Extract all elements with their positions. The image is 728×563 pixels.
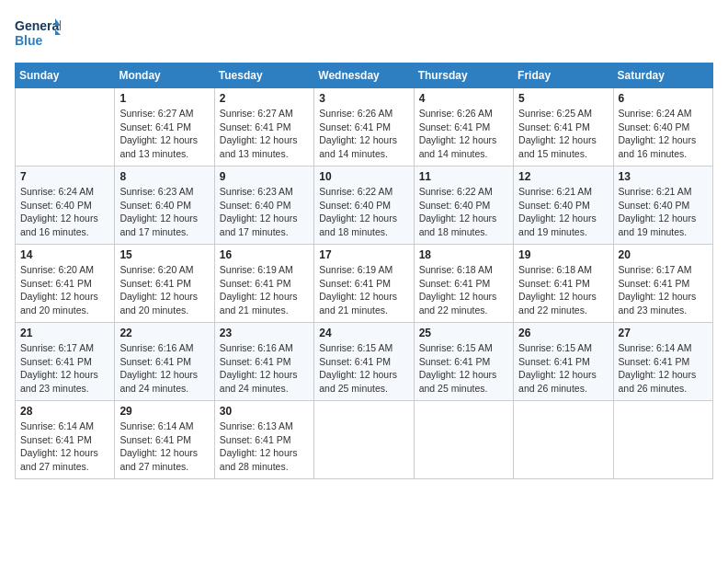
day-info: Sunrise: 6:15 AM Sunset: 6:41 PM Dayligh… <box>419 341 508 396</box>
svg-text:General: General <box>15 18 61 33</box>
day-number: 8 <box>119 170 209 183</box>
day-info: Sunrise: 6:26 AM Sunset: 6:41 PM Dayligh… <box>319 107 408 161</box>
day-info: Sunrise: 6:22 AM Sunset: 6:40 PM Dayligh… <box>419 185 508 239</box>
calendar-cell: 25Sunrise: 6:15 AM Sunset: 6:41 PM Dayli… <box>414 323 513 401</box>
calendar-cell: 10Sunrise: 6:22 AM Sunset: 6:40 PM Dayli… <box>314 167 414 245</box>
day-number: 26 <box>518 327 608 339</box>
calendar-cell: 5Sunrise: 6:25 AM Sunset: 6:41 PM Daylig… <box>514 88 613 167</box>
calendar-cell: 3Sunrise: 6:26 AM Sunset: 6:41 PM Daylig… <box>314 88 414 167</box>
day-number: 27 <box>619 327 708 339</box>
day-number: 2 <box>220 92 309 105</box>
day-number: 30 <box>220 405 309 418</box>
day-number: 18 <box>419 248 508 261</box>
calendar-cell <box>414 401 513 479</box>
calendar-cell: 14Sunrise: 6:20 AM Sunset: 6:41 PM Dayli… <box>16 245 115 323</box>
calendar-cell: 18Sunrise: 6:18 AM Sunset: 6:41 PM Dayli… <box>414 245 513 323</box>
day-info: Sunrise: 6:21 AM Sunset: 6:40 PM Dayligh… <box>619 185 708 239</box>
day-number: 10 <box>319 170 408 183</box>
day-number: 12 <box>518 170 608 183</box>
calendar-cell: 15Sunrise: 6:20 AM Sunset: 6:41 PM Dayli… <box>115 245 214 323</box>
day-info: Sunrise: 6:17 AM Sunset: 6:41 PM Dayligh… <box>619 263 708 317</box>
page-header: General Blue <box>15 15 713 53</box>
logo-svg: General Blue <box>15 15 61 53</box>
calendar-cell: 4Sunrise: 6:26 AM Sunset: 6:41 PM Daylig… <box>414 88 513 167</box>
calendar-cell: 13Sunrise: 6:21 AM Sunset: 6:40 PM Dayli… <box>613 167 712 245</box>
calendar-cell: 1Sunrise: 6:27 AM Sunset: 6:41 PM Daylig… <box>115 88 214 167</box>
svg-text:Blue: Blue <box>15 33 43 48</box>
calendar-cell: 12Sunrise: 6:21 AM Sunset: 6:40 PM Dayli… <box>514 167 613 245</box>
calendar-cell <box>16 88 115 167</box>
day-number: 1 <box>119 92 209 105</box>
calendar-table: SundayMondayTuesdayWednesdayThursdayFrid… <box>15 63 713 479</box>
calendar-cell: 27Sunrise: 6:14 AM Sunset: 6:41 PM Dayli… <box>613 323 712 401</box>
day-info: Sunrise: 6:20 AM Sunset: 6:41 PM Dayligh… <box>119 263 209 317</box>
calendar-cell: 8Sunrise: 6:23 AM Sunset: 6:40 PM Daylig… <box>115 167 214 245</box>
day-number: 7 <box>20 170 109 183</box>
day-number: 29 <box>119 405 209 418</box>
calendar-cell: 19Sunrise: 6:18 AM Sunset: 6:41 PM Dayli… <box>514 245 613 323</box>
calendar-cell: 7Sunrise: 6:24 AM Sunset: 6:40 PM Daylig… <box>16 167 115 245</box>
calendar-cell: 29Sunrise: 6:14 AM Sunset: 6:41 PM Dayli… <box>115 401 214 479</box>
day-info: Sunrise: 6:22 AM Sunset: 6:40 PM Dayligh… <box>319 185 408 239</box>
day-info: Sunrise: 6:15 AM Sunset: 6:41 PM Dayligh… <box>319 341 408 396</box>
calendar-cell: 26Sunrise: 6:15 AM Sunset: 6:41 PM Dayli… <box>514 323 613 401</box>
day-number: 15 <box>119 248 209 261</box>
day-number: 21 <box>20 327 109 339</box>
week-row: 28Sunrise: 6:14 AM Sunset: 6:41 PM Dayli… <box>16 401 713 479</box>
day-info: Sunrise: 6:24 AM Sunset: 6:40 PM Dayligh… <box>20 185 109 239</box>
calendar-cell: 21Sunrise: 6:17 AM Sunset: 6:41 PM Dayli… <box>16 323 115 401</box>
weekday-header: Saturday <box>613 63 712 88</box>
day-number: 5 <box>518 92 608 105</box>
day-number: 23 <box>220 327 309 339</box>
day-number: 6 <box>619 92 708 105</box>
calendar-cell: 17Sunrise: 6:19 AM Sunset: 6:41 PM Dayli… <box>314 245 414 323</box>
weekday-header-row: SundayMondayTuesdayWednesdayThursdayFrid… <box>16 63 713 88</box>
day-number: 22 <box>119 327 209 339</box>
calendar-cell <box>514 401 613 479</box>
day-info: Sunrise: 6:21 AM Sunset: 6:40 PM Dayligh… <box>518 185 608 239</box>
weekday-header: Tuesday <box>214 63 313 88</box>
day-info: Sunrise: 6:14 AM Sunset: 6:41 PM Dayligh… <box>20 419 109 474</box>
day-info: Sunrise: 6:19 AM Sunset: 6:41 PM Dayligh… <box>319 263 408 317</box>
week-row: 14Sunrise: 6:20 AM Sunset: 6:41 PM Dayli… <box>16 245 713 323</box>
weekday-header: Friday <box>514 63 613 88</box>
calendar-cell: 11Sunrise: 6:22 AM Sunset: 6:40 PM Dayli… <box>414 167 513 245</box>
calendar-cell: 24Sunrise: 6:15 AM Sunset: 6:41 PM Dayli… <box>314 323 414 401</box>
day-number: 4 <box>419 92 508 105</box>
day-info: Sunrise: 6:19 AM Sunset: 6:41 PM Dayligh… <box>220 263 309 317</box>
weekday-header: Monday <box>115 63 214 88</box>
day-info: Sunrise: 6:25 AM Sunset: 6:41 PM Dayligh… <box>518 107 608 161</box>
day-info: Sunrise: 6:16 AM Sunset: 6:41 PM Dayligh… <box>119 341 209 396</box>
day-info: Sunrise: 6:27 AM Sunset: 6:41 PM Dayligh… <box>119 107 209 161</box>
logo: General Blue <box>15 15 61 53</box>
day-info: Sunrise: 6:18 AM Sunset: 6:41 PM Dayligh… <box>419 263 508 317</box>
week-row: 1Sunrise: 6:27 AM Sunset: 6:41 PM Daylig… <box>16 88 713 167</box>
day-number: 24 <box>319 327 408 339</box>
day-number: 13 <box>619 170 708 183</box>
day-info: Sunrise: 6:23 AM Sunset: 6:40 PM Dayligh… <box>220 185 309 239</box>
calendar-cell: 6Sunrise: 6:24 AM Sunset: 6:40 PM Daylig… <box>613 88 712 167</box>
calendar-cell: 22Sunrise: 6:16 AM Sunset: 6:41 PM Dayli… <box>115 323 214 401</box>
day-number: 14 <box>20 248 109 261</box>
day-info: Sunrise: 6:27 AM Sunset: 6:41 PM Dayligh… <box>220 107 309 161</box>
day-number: 17 <box>319 248 408 261</box>
day-number: 3 <box>319 92 408 105</box>
calendar-cell: 30Sunrise: 6:13 AM Sunset: 6:41 PM Dayli… <box>214 401 313 479</box>
week-row: 7Sunrise: 6:24 AM Sunset: 6:40 PM Daylig… <box>16 167 713 245</box>
day-number: 19 <box>518 248 608 261</box>
day-info: Sunrise: 6:16 AM Sunset: 6:41 PM Dayligh… <box>220 341 309 396</box>
weekday-header: Wednesday <box>314 63 414 88</box>
day-info: Sunrise: 6:24 AM Sunset: 6:40 PM Dayligh… <box>619 107 708 161</box>
day-info: Sunrise: 6:14 AM Sunset: 6:41 PM Dayligh… <box>119 419 209 474</box>
day-number: 16 <box>220 248 309 261</box>
calendar-cell: 23Sunrise: 6:16 AM Sunset: 6:41 PM Dayli… <box>214 323 313 401</box>
calendar-cell <box>613 401 712 479</box>
weekday-header: Sunday <box>16 63 115 88</box>
day-info: Sunrise: 6:26 AM Sunset: 6:41 PM Dayligh… <box>419 107 508 161</box>
calendar-cell <box>314 401 414 479</box>
calendar-cell: 20Sunrise: 6:17 AM Sunset: 6:41 PM Dayli… <box>613 245 712 323</box>
week-row: 21Sunrise: 6:17 AM Sunset: 6:41 PM Dayli… <box>16 323 713 401</box>
day-info: Sunrise: 6:15 AM Sunset: 6:41 PM Dayligh… <box>518 341 608 396</box>
day-number: 20 <box>619 248 708 261</box>
weekday-header: Thursday <box>414 63 513 88</box>
